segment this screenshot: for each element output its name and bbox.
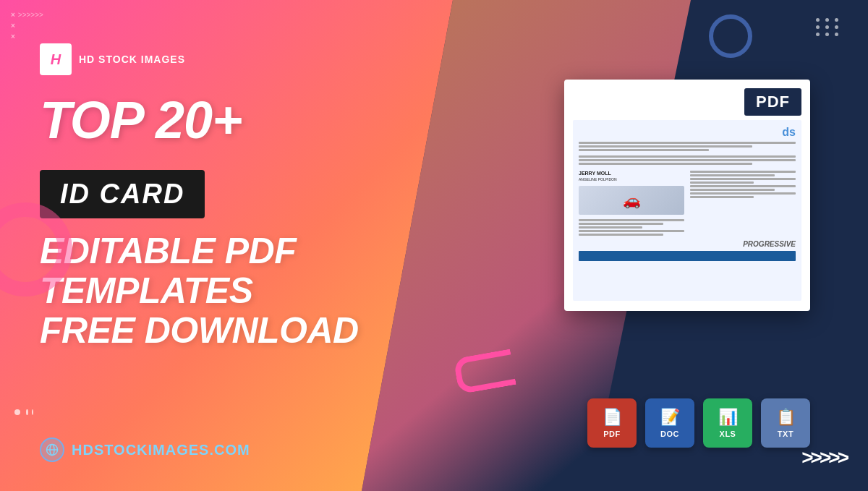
website-area[interactable]: HDSTOCKIMAGES.COM: [40, 437, 250, 462]
document-content: ds JERRY MOLL ANGELINE POLPIDON 🚗: [573, 120, 801, 301]
x-decoration-topleft: × >>>>>> × ×: [11, 11, 43, 40]
logo-area[interactable]: H HD STOCK IMAGES: [40, 43, 185, 75]
document-preview: PDF ds JERRY MOLL ANGELINE POLPIDON 🚗: [564, 80, 810, 311]
dots-grid-topright: [816, 18, 841, 36]
format-icons-row: 📄 PDF 📝 DOC 📊 XLS 📋 TXT: [587, 398, 810, 448]
doc-person-name: JERRY MOLL: [579, 171, 684, 176]
chevron-decoration: >>>>>>: [18, 11, 43, 19]
doc-label: DOC: [660, 430, 679, 438]
format-pdf-icon[interactable]: 📄 PDF: [587, 398, 637, 448]
subtitle-text: EDITABLE PDF TEMPLATES FREE DOWNLOAD: [40, 231, 474, 351]
x-char: ×: [11, 22, 15, 30]
circle-decoration-top: [709, 14, 752, 58]
pdf-label: PDF: [603, 430, 621, 438]
doc-bottom-bar: [579, 251, 796, 261]
chevrons-bottomright: >>>>>: [801, 446, 846, 469]
brand-name: HD STOCK IMAGES: [79, 54, 185, 65]
doc-car-image: 🚗: [579, 186, 684, 215]
format-doc-icon[interactable]: 📝 DOC: [645, 398, 694, 448]
x-char: ×: [11, 11, 15, 19]
doc-company-abbr: ds: [579, 126, 796, 139]
format-txt-icon[interactable]: 📋 TXT: [761, 398, 810, 448]
id-card-badge: ID CARD: [40, 170, 205, 218]
xls-label: XLS: [720, 430, 736, 438]
doc-person-sub: ANGELINE POLPIDON: [579, 177, 684, 182]
id-card-label: ID CARD: [60, 179, 184, 209]
xls-icon-symbol: 📊: [718, 408, 738, 427]
doc-brand-name: PROGRESSIVE: [579, 240, 796, 248]
txt-label: TXT: [778, 430, 793, 438]
pdf-icon-symbol: 📄: [603, 408, 622, 427]
x-char: ×: [11, 33, 15, 40]
logo-icon: H: [40, 43, 72, 75]
doc-icon-symbol: 📝: [660, 408, 680, 427]
dots-decoration-bottomleft: [14, 409, 45, 419]
format-xls-icon[interactable]: 📊 XLS: [703, 398, 752, 448]
txt-icon-symbol: 📋: [776, 408, 796, 427]
website-url: HDSTOCKIMAGES.COM: [72, 442, 250, 458]
pdf-badge: PDF: [744, 88, 801, 116]
top-twenty-heading: TOP 20+: [40, 94, 242, 146]
globe-icon: [40, 437, 64, 462]
